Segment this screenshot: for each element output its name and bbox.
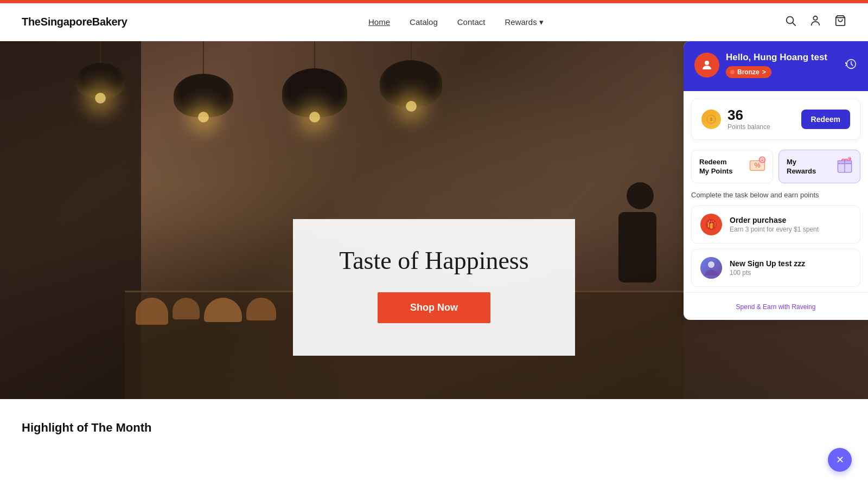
points-info: 36 Points balance: [727, 108, 770, 131]
task-item: 🎁 Order purchase Earn 3 point for every …: [691, 206, 860, 243]
lamp-shade: [380, 60, 442, 106]
task-desc-order: Earn 3 point for every $1 spent: [730, 226, 819, 233]
popup-footer: Spend & Earn with Raveing: [684, 292, 868, 320]
lamp-cord: [203, 41, 204, 74]
nav-catalog[interactable]: Catalog: [410, 17, 438, 27]
person-silhouette: [618, 182, 662, 291]
header: TheSingaporeBakery Home Catalog Contact …: [0, 3, 868, 41]
lamp-cord: [411, 41, 412, 60]
brand-name: TheSingaporeBakery: [22, 16, 127, 28]
search-icon[interactable]: [784, 15, 796, 30]
svg-text:$: $: [710, 117, 713, 122]
avatar: [694, 53, 719, 78]
points-card: $ 36 Points balance Redeem: [691, 99, 860, 140]
task-desc-signup: 100 pts: [730, 269, 805, 277]
signup-icon: [700, 257, 722, 279]
below-hero-section: Highlight of The Month: [0, 399, 868, 446]
popup-header: Hello, Hung Hoang test Bronze >: [684, 41, 868, 91]
bread-loaf: [204, 298, 242, 322]
lamp-cord: [100, 41, 101, 63]
rewards-popup: Hello, Hung Hoang test Bronze >: [684, 41, 868, 320]
task-info: New Sign Up test zzz 100 pts: [730, 259, 805, 277]
popup-user-row: Hello, Hung Hoang test Bronze >: [694, 52, 827, 78]
hero-background: Taste of Happiness Shop Now Hello, Hung …: [0, 41, 868, 399]
gift-icon: ★: [835, 155, 854, 178]
popup-header-top: Hello, Hung Hoang test Bronze >: [694, 52, 857, 78]
lamp-glow: [95, 93, 106, 104]
redeem-icon: % +: [748, 155, 767, 178]
svg-text:🎁: 🎁: [707, 220, 717, 229]
lamp-cord: [314, 41, 315, 68]
bread-loaf: [136, 298, 168, 325]
main-nav: Home Catalog Contact Rewards ▾: [368, 17, 544, 27]
lamp-3: [282, 41, 347, 123]
shop-now-button[interactable]: Shop Now: [378, 292, 490, 323]
tab-row: RedeemMy Points % + MyRewards: [684, 147, 868, 191]
lamp-2: [174, 41, 233, 123]
chevron-down-icon: ▾: [539, 17, 544, 27]
account-icon[interactable]: [809, 15, 821, 30]
nav-home[interactable]: Home: [368, 17, 390, 27]
lamp-shade: [174, 74, 233, 117]
close-button[interactable]: ✕: [828, 448, 852, 472]
lamp-1: [76, 41, 125, 104]
svg-text:+: +: [761, 158, 764, 163]
lamp-glow: [309, 112, 320, 123]
person-head: [627, 182, 654, 209]
task-name-order: Order purchase: [730, 216, 819, 224]
points-left: $ 36 Points balance: [701, 108, 770, 131]
user-info: Hello, Hung Hoang test Bronze >: [726, 52, 827, 78]
points-number: 36: [727, 108, 770, 122]
task-name-signup: New Sign Up test zzz: [730, 259, 805, 268]
task-item: New Sign Up test zzz 100 pts: [691, 249, 860, 287]
main-content: Taste of Happiness Shop Now Hello, Hung …: [0, 41, 868, 446]
svg-point-20: [708, 261, 714, 268]
header-icons: [784, 15, 846, 30]
lamp-4: [380, 41, 442, 112]
tab-redeem-points[interactable]: RedeemMy Points % +: [691, 150, 773, 183]
svg-text:%: %: [754, 162, 760, 169]
points-label: Points balance: [727, 123, 770, 131]
svg-point-2: [813, 16, 817, 20]
section-title: Highlight of The Month: [22, 421, 846, 435]
tasks-title: Complete the task below and earn points: [691, 191, 860, 199]
bread-loaf: [173, 298, 200, 319]
svg-text:★: ★: [848, 157, 851, 160]
raveing-link[interactable]: Spend & Earn with Raveing: [736, 303, 816, 311]
svg-line-1: [793, 23, 795, 25]
points-coin-icon: $: [701, 110, 721, 129]
lamp-glow: [198, 112, 209, 123]
bread-loaf: [246, 298, 276, 320]
task-info: Order purchase Earn 3 point for every $1…: [730, 216, 819, 233]
hero-title: Taste of Happiness: [336, 246, 532, 275]
lamp-glow: [406, 101, 417, 112]
popup-username: Hello, Hung Hoang test: [726, 52, 827, 63]
hero-text-box: Taste of Happiness Shop Now: [293, 219, 575, 356]
person-body: [618, 212, 656, 282]
nav-rewards[interactable]: Rewards ▾: [505, 17, 543, 27]
cart-icon[interactable]: [834, 15, 846, 30]
redeem-button[interactable]: Redeem: [801, 110, 850, 129]
tab-my-rewards[interactable]: MyRewards ★: [778, 150, 860, 183]
nav-contact[interactable]: Contact: [457, 17, 486, 27]
order-icon: 🎁: [700, 214, 722, 235]
tasks-section: Complete the task below and earn points …: [684, 191, 868, 287]
badge-dot: [730, 70, 735, 74]
tier-badge[interactable]: Bronze >: [726, 66, 771, 78]
lamp-shade: [282, 68, 347, 117]
svg-point-4: [705, 61, 709, 65]
history-button[interactable]: [845, 58, 857, 73]
